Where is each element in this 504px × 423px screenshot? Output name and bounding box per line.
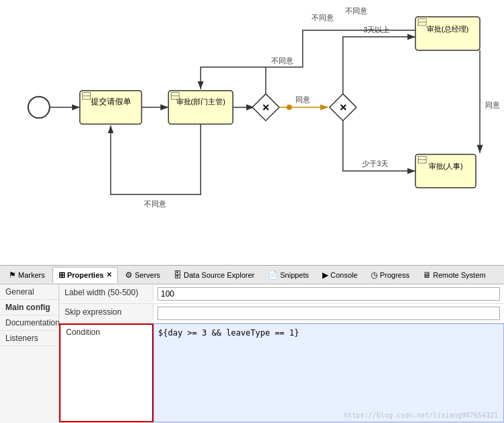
svg-text:提交请假单: 提交请假单 [91,97,131,106]
svg-text:3天以上: 3天以上 [363,26,390,34]
tab-progress-label: Progress [380,271,409,279]
skip-input[interactable] [157,307,500,320]
labelwidth-label: Label width (50-500) [59,284,153,301]
tab-progress[interactable]: ◷ Progress [365,267,415,283]
tab-console-label: Console [330,271,357,279]
tab-servers[interactable]: ⚙ Servers [119,267,166,283]
tab-datasource-label: Data Source Explorer [184,271,254,279]
snippets-icon: 📄 [268,270,278,280]
svg-text:审批(总经理): 审批(总经理) [427,25,468,33]
tab-markers-label: Markers [18,271,45,279]
sidebar-listeners[interactable]: Listeners [0,331,59,346]
markers-icon: ⚑ [9,270,16,280]
property-row-condition: Condition ${day >= 3 && leaveType == 1} … [59,323,504,423]
tab-snippets[interactable]: 📄 Snippets [262,267,315,283]
diagram-svg: 提交请假单 审批(部门主管) ✕ 同意 ✕ 3天以上 少于3天 审批(总经理 [0,0,504,265]
sidebar-mainconfig-label: Main config [5,303,50,312]
svg-text:同意: 同意 [295,95,310,104]
console-icon: ▶ [322,270,328,280]
condition-value[interactable]: ${day >= 3 && leaveType == 1} https://bl… [153,323,504,422]
tab-remote[interactable]: 🖥 Remote System [417,267,491,283]
labelwidth-input[interactable] [157,287,500,301]
svg-text:不同意: 不同意 [345,7,367,15]
servers-icon: ⚙ [125,270,133,280]
skip-label: Skip expression [59,304,153,320]
sidebar-general-label: General [5,287,34,297]
svg-point-18 [287,105,292,110]
tab-servers-label: Servers [135,271,160,279]
svg-rect-24 [415,17,480,50]
tab-markers[interactable]: ⚑ Markers [3,267,51,283]
tab-properties-label: Properties [67,271,104,279]
progress-icon: ◷ [371,270,377,280]
right-content: Label width (50-500) Skip expression Con… [59,284,504,423]
sidebar-general[interactable]: General [0,284,59,300]
tab-bar: ⚑ Markers ⊞ Properties ✕ ⚙ Servers 🗄 Dat… [0,266,504,284]
condition-text: ${day >= 3 && leaveType == 1} [158,328,299,338]
sidebar-listeners-label: Listeners [5,334,38,343]
svg-text:不同意: 不同意 [312,13,334,22]
labelwidth-value [153,284,504,303]
svg-rect-5 [80,91,142,124]
svg-text:少于3天: 少于3天 [362,159,388,167]
properties-content: General Main config Documentation Listen… [0,284,504,423]
left-sidebar: General Main config Documentation Listen… [0,284,59,423]
svg-text:不同意: 不同意 [271,56,293,65]
bottom-panel: ⚑ Markers ⊞ Properties ✕ ⚙ Servers 🗄 Dat… [0,266,504,423]
svg-text:同意: 同意 [485,101,500,109]
svg-rect-10 [168,91,233,124]
tab-console[interactable]: ▶ Console [316,267,363,283]
tab-datasource[interactable]: 🗄 Data Source Explorer [168,267,260,283]
skip-value [153,304,504,323]
datasource-icon: 🗄 [174,270,182,280]
svg-point-3 [28,97,50,118]
svg-text:✕: ✕ [339,102,347,113]
sidebar-documentation[interactable]: Documentation [0,315,59,331]
svg-rect-28 [415,154,476,188]
tab-remote-label: Remote System [433,271,485,279]
properties-close-icon[interactable]: ✕ [106,271,112,278]
watermark: https://blog.csdn.net/lixiang987654321 [344,412,498,419]
svg-text:审批(部门主管): 审批(部门主管) [176,98,225,106]
tab-properties[interactable]: ⊞ Properties ✕ [52,267,118,283]
properties-icon: ⊞ [59,270,65,280]
sidebar-documentation-label: Documentation [5,318,60,328]
diagram-area: 提交请假单 审批(部门主管) ✕ 同意 ✕ 3天以上 少于3天 审批(总经理 [0,0,504,266]
svg-text:不同意: 不同意 [144,200,166,208]
property-row-skip: Skip expression [59,304,504,323]
property-row-labelwidth: Label width (50-500) [59,284,504,304]
tab-snippets-label: Snippets [280,271,309,279]
sidebar-mainconfig[interactable]: Main config [0,300,59,315]
svg-text:审批(人事): 审批(人事) [429,162,463,170]
remote-icon: 🖥 [423,270,431,280]
svg-text:✕: ✕ [262,102,270,113]
condition-label: Condition [59,323,153,422]
